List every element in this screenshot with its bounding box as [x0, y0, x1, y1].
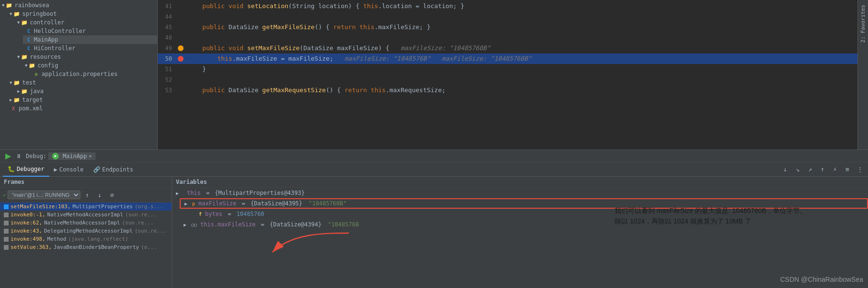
expand-icon[interactable]: ▶: [176, 191, 182, 196]
frame-lib: (org.s...: [135, 203, 163, 210]
frame-method: setMaxFileSize:103,: [11, 203, 71, 210]
tree-item-target[interactable]: ▶ 📁 target: [8, 96, 157, 104]
line-content: public DataSize getMaxRequestSize() { re…: [185, 85, 857, 96]
tree-item-application-props[interactable]: ⚙ application.properties: [31, 70, 157, 78]
thread-up-button[interactable]: ↑: [82, 190, 93, 200]
tab-debugger[interactable]: 🐛 Debugger: [3, 162, 49, 177]
tree-item-mainapp[interactable]: C MainApp: [23, 35, 157, 44]
tree-item-test[interactable]: ▼ 📁 test: [8, 78, 157, 87]
variables-list: ▶ this = {MultipartProperties@4393} ▶ p …: [172, 188, 868, 288]
frame-item-0[interactable]: setMaxFileSize:103, MultipartProperties …: [0, 203, 172, 211]
frame-class: DelegatingMethodAccessorImpl: [44, 228, 132, 234]
tree-item-hicontroller[interactable]: C HiController: [23, 44, 157, 53]
expand-icon[interactable]: ▶: [184, 222, 189, 227]
tree-label: MainApp: [34, 36, 58, 43]
thread-select[interactable]: "main"@1 i...: RUNNING: [8, 191, 80, 199]
frame-item-2[interactable]: invoke:62, NativeMethodAccessorImpl (sun…: [0, 219, 172, 227]
frame-icon: [4, 213, 9, 217]
frame-class: NativeMethodAccessorImpl: [44, 220, 120, 226]
tree-label: target: [22, 96, 43, 103]
var-name: bytes: [205, 211, 222, 217]
resume-button[interactable]: ▶: [3, 151, 13, 161]
frame-icon: [4, 204, 9, 209]
line-content: public void setMaxFileSize(DataSize maxF…: [185, 43, 857, 53]
frame-method: invoke:498,: [11, 236, 45, 242]
step-out-button[interactable]: ↗: [805, 164, 815, 175]
frames-button[interactable]: ≡: [842, 164, 853, 175]
java-file-icon: C: [25, 44, 33, 52]
chevron-icon: ▶: [10, 97, 12, 102]
breakpoint-red: [178, 56, 184, 62]
debug-session-bar: ▶ ⏸ Debug: ▶ MainApp ✕: [0, 150, 868, 162]
variables-panel: Variables ▶ this = {MultipartProperties@…: [172, 177, 868, 288]
code-line-44: 44: [158, 11, 857, 22]
frame-icon: [4, 245, 9, 250]
line-number: 49: [158, 43, 176, 53]
debug-label: Debug:: [26, 153, 46, 160]
chevron-icon: ▶: [17, 89, 20, 94]
pause-button[interactable]: ⏸: [13, 151, 24, 161]
settings-button[interactable]: ⋮: [855, 164, 865, 175]
tree-item-config[interactable]: ▼ 📁 config: [23, 61, 157, 70]
folder-icon: 📁: [5, 1, 13, 9]
line-number: 51: [158, 64, 176, 75]
watermark: CSDN @ChinaRainbowSea: [780, 276, 863, 283]
frame-method: invoke:62,: [11, 220, 42, 226]
var-item-this[interactable]: ▶ this = {MultipartProperties@4393}: [172, 188, 868, 198]
code-line-51: 51 }: [158, 64, 857, 75]
debug-tab-bar: 🐛 Debugger ▶ Console 🔗 Endpoints ↓ ↘ ↗ ↑…: [0, 162, 868, 177]
folder-icon: 📁: [13, 10, 21, 18]
evaluate-button[interactable]: ⚡: [830, 164, 840, 175]
session-close-icon[interactable]: ✕: [89, 153, 92, 159]
tree-item-rainbowsea[interactable]: ▼ 📁 rainbowsea: [0, 1, 157, 10]
tree-item-java[interactable]: ▶ 📁 java: [15, 87, 157, 96]
frame-lib: (sun.re...: [122, 220, 153, 226]
var-type-value: {DataSize@4394}: [270, 221, 325, 228]
code-lines: 41 public void setLocation(String locati…: [158, 0, 857, 96]
line-gutter: [176, 45, 185, 51]
thread-filter-button[interactable]: ⊘: [107, 190, 118, 200]
line-content: this.maxFileSize = maxFileSize; maxFileS…: [185, 53, 857, 64]
frame-item-5[interactable]: setValue:363, JavaBeanBinder$BeanPropert…: [0, 243, 172, 251]
debug-area: ▶ ⏸ Debug: ▶ MainApp ✕ 🐛 Debugger ▶ Cons…: [0, 149, 868, 288]
var-item-maxfilesize[interactable]: ▶ p maxFileSize = {DataSize@4395} "10485…: [180, 198, 868, 209]
frame-lib: (java.lang.reflect): [68, 236, 129, 242]
tree-item-springboot[interactable]: ▼ 📁 springboot: [8, 10, 157, 18]
file-tree: ▼ 📁 rainbowsea ▼ 📁 springboot ▼ 📁 contro…: [0, 0, 158, 149]
var-item-bytes[interactable]: ▶ f bytes = 10485760: [187, 209, 868, 219]
thread-down-button[interactable]: ↓: [95, 190, 105, 200]
step-into-button[interactable]: ↘: [792, 164, 803, 175]
tree-label: pom.xml: [19, 105, 43, 112]
step-over-button[interactable]: ↓: [780, 164, 791, 175]
tab-console-label: Console: [59, 166, 84, 173]
expand-icon[interactable]: ▶: [184, 201, 190, 206]
frame-item-3[interactable]: invoke:43, DelegatingMethodAccessorImpl …: [0, 227, 172, 235]
tree-item-controller[interactable]: ▼ 📁 controller: [15, 18, 157, 27]
tree-label: application.properties: [42, 71, 118, 77]
code-line-41: 41 public void setLocation(String locati…: [158, 1, 857, 11]
tree-item-resources[interactable]: ▼ 📁 resources: [15, 53, 157, 61]
folder-icon: 📁: [21, 87, 28, 95]
line-number: 44: [158, 11, 176, 22]
frame-item-1[interactable]: invoke0:-1, NativeMethodAccessorImpl (su…: [0, 211, 172, 219]
tab-endpoints[interactable]: 🔗 Endpoints: [88, 162, 138, 177]
tab-console[interactable]: ▶ Console: [49, 162, 88, 177]
session-tab[interactable]: ▶ MainApp ✕: [48, 152, 96, 160]
favorites-item[interactable]: 2: Favorites: [859, 2, 867, 45]
var-value: {MultipartProperties@4393}: [215, 190, 305, 196]
var-string-value: "1048576B: [328, 221, 359, 228]
var-item-this-maxfilesize[interactable]: ▶ ○○ this.maxFileSize = {DataSize@4394} …: [180, 219, 868, 230]
frames-header: Frames: [0, 177, 172, 188]
tree-label: springboot: [22, 11, 56, 17]
tree-label: HelloController: [34, 28, 86, 34]
debug-content: Frames ✓ "main"@1 i...: RUNNING ↑ ↓ ⊘ se…: [0, 177, 868, 288]
var-type-value: {DataSize@4395}: [250, 200, 306, 207]
var-eq: =: [258, 221, 268, 228]
code-line-53: 53 public DataSize getMaxRequestSize() {…: [158, 85, 857, 96]
tree-item-hellocontroller[interactable]: C HelloController: [23, 27, 157, 35]
chevron-icon: ▼: [10, 80, 12, 85]
tree-item-pom[interactable]: X pom.xml: [8, 104, 157, 113]
chevron-icon: ▼: [25, 63, 27, 68]
run-to-cursor-button[interactable]: ↑: [817, 164, 828, 175]
frame-item-4[interactable]: invoke:498, Method (java.lang.reflect): [0, 235, 172, 243]
